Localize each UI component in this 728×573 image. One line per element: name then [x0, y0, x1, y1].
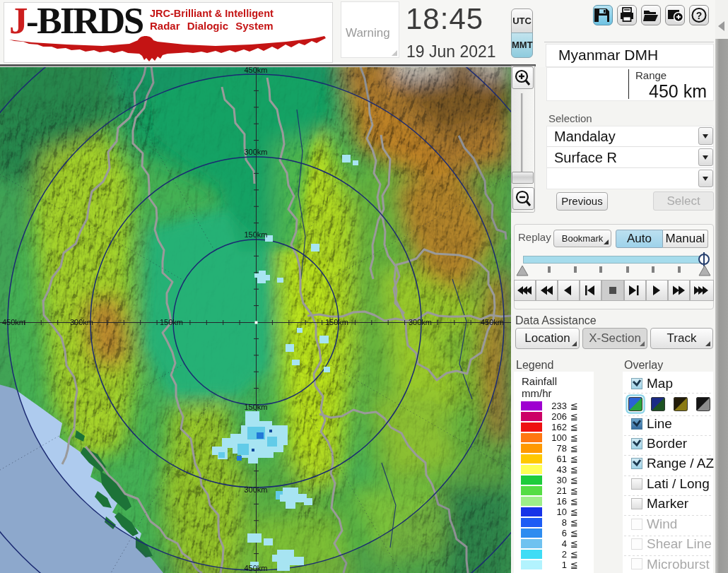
- svg-text:≦: ≦: [570, 496, 578, 507]
- svg-text:Border: Border: [647, 436, 688, 451]
- svg-text:300km: 300km: [244, 485, 267, 494]
- svg-text:≦: ≦: [570, 443, 578, 454]
- svg-text:Lati / Long: Lati / Long: [647, 476, 710, 491]
- svg-text:300km: 300km: [70, 318, 93, 326]
- svg-text:150km: 150km: [244, 403, 267, 411]
- svg-text:≦: ≦: [570, 560, 578, 570]
- svg-text:8: 8: [562, 517, 567, 528]
- svg-text:Wind: Wind: [647, 516, 677, 531]
- svg-text:≦: ≦: [570, 475, 578, 485]
- svg-text:Line: Line: [647, 416, 672, 431]
- svg-text:43: 43: [557, 464, 567, 475]
- svg-text:Marker: Marker: [647, 496, 689, 511]
- svg-text:≦: ≦: [570, 422, 578, 432]
- svg-text:100: 100: [551, 432, 567, 443]
- svg-text:162: 162: [551, 422, 567, 432]
- svg-text:6: 6: [562, 528, 567, 538]
- svg-text:450km: 450km: [244, 67, 267, 74]
- svg-text:≦: ≦: [570, 454, 578, 464]
- svg-text:1: 1: [562, 560, 567, 570]
- svg-text:≦: ≦: [570, 401, 578, 411]
- svg-text:?: ?: [696, 10, 703, 21]
- svg-text:206: 206: [551, 411, 567, 422]
- svg-text:≦: ≦: [570, 485, 578, 496]
- svg-text:30: 30: [557, 475, 567, 485]
- svg-text:2: 2: [562, 549, 567, 560]
- svg-text:300km: 300km: [244, 148, 267, 156]
- svg-text:233: 233: [551, 401, 567, 411]
- svg-text:10: 10: [557, 507, 567, 517]
- svg-text:≦: ≦: [570, 528, 578, 538]
- svg-text:Range / AZ: Range / AZ: [647, 456, 714, 471]
- svg-text:Map: Map: [647, 376, 673, 391]
- svg-text:300km: 300km: [409, 318, 432, 326]
- svg-text:61: 61: [557, 454, 567, 464]
- svg-text:4: 4: [562, 538, 567, 549]
- svg-text:≦: ≦: [570, 517, 578, 528]
- svg-text:450km: 450km: [2, 318, 25, 326]
- svg-text:≦: ≦: [570, 538, 578, 549]
- svg-text:150km: 150km: [160, 318, 183, 326]
- svg-text:450km: 450km: [481, 318, 504, 326]
- svg-text:78: 78: [557, 443, 567, 454]
- svg-text:21: 21: [557, 485, 567, 496]
- svg-text:150km: 150km: [325, 318, 348, 326]
- svg-text:≦: ≦: [570, 549, 578, 560]
- svg-text:16: 16: [557, 496, 567, 507]
- svg-text:Microburst: Microburst: [647, 557, 710, 572]
- svg-text:450km: 450km: [244, 564, 267, 572]
- svg-text:≦: ≦: [570, 432, 578, 443]
- svg-text:150km: 150km: [244, 230, 267, 239]
- svg-text:≦: ≦: [570, 464, 578, 475]
- svg-text:Shear Line: Shear Line: [647, 536, 712, 551]
- svg-text:≦: ≦: [570, 411, 578, 422]
- svg-text:≦: ≦: [570, 507, 578, 517]
